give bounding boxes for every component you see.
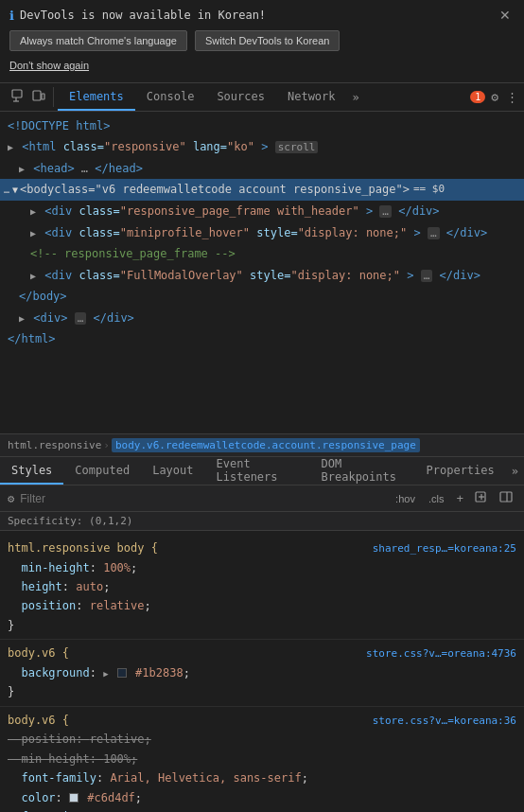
dom-line-body-close: </body>	[0, 286, 524, 307]
specificity-label: Specificity: (0,1,2)	[8, 515, 132, 527]
tab-computed[interactable]: Computed	[63, 457, 141, 485]
svg-rect-0	[12, 90, 22, 97]
tab-network[interactable]: Network	[276, 83, 347, 111]
tab-console[interactable]: Console	[135, 83, 206, 111]
dom-line-comment: <!-- responsive_page_frame -->	[0, 243, 524, 264]
css-rule-close: }	[8, 616, 516, 635]
css-rule-2: body.v6 { store.css?v…=oreana:4736 backg…	[0, 640, 524, 706]
error-badge: 1	[470, 91, 485, 103]
css-prop-row: position: relative;	[8, 596, 516, 615]
css-prop-row: background: ▶ #1b2838;	[8, 663, 516, 682]
svg-rect-3	[33, 91, 41, 100]
filter-icon: ⚙	[8, 492, 14, 505]
css-selector-2: body.v6 {	[8, 644, 69, 662]
css-prop-row-strikethrough: position: relative;	[8, 730, 516, 749]
swatch-arrow[interactable]: ▶	[103, 669, 108, 679]
color-swatch[interactable]	[69, 793, 79, 803]
breadcrumb-body[interactable]: body.v6.redeemwalletcode.account.respons…	[112, 438, 420, 452]
new-rule-button[interactable]	[471, 488, 492, 508]
svg-rect-8	[500, 492, 512, 502]
expand-arrow[interactable]: ▶	[30, 206, 36, 217]
tab-styles[interactable]: Styles	[0, 457, 63, 485]
device-icon[interactable]	[30, 87, 47, 107]
css-body-1: min-height: 100%; height: auto; position…	[0, 558, 524, 636]
new-style-rule-button[interactable]: +	[452, 488, 467, 508]
expand-arrow[interactable]: ▶	[30, 271, 36, 281]
css-body-3: position: relative; min-height: 100%; fo…	[0, 730, 524, 812]
expand-arrow[interactable]: ▶	[8, 142, 13, 152]
dom-line-html[interactable]: ▶ <html class="responsive" lang="ko" > s…	[0, 136, 524, 158]
tab-sources[interactable]: Sources	[205, 83, 276, 111]
toggle-sidebar-button[interactable]	[496, 488, 516, 508]
tab-more[interactable]: »	[347, 83, 365, 111]
notification-text: DevTools is now available in Korean!	[20, 9, 266, 22]
dom-line-div-fullmodal[interactable]: ▶ <div class="FullModalOverlay" style="d…	[0, 265, 524, 287]
css-prop-row: font-family: Arial, Helvetica, sans-seri…	[8, 768, 516, 787]
dom-line-body[interactable]: … ▼ <body class="v6 redeemwalletcode acc…	[0, 179, 524, 200]
filter-input[interactable]	[20, 492, 385, 505]
toolbar-icons	[4, 87, 54, 107]
css-prop-row: height: auto;	[8, 577, 516, 596]
styles-tab-more[interactable]: »	[506, 457, 524, 485]
tab-bar: Elements Console Sources Network »	[58, 83, 470, 111]
filter-actions: :hov .cls +	[391, 488, 516, 508]
css-prop-row: min-height: 100%;	[8, 558, 516, 577]
styles-tabs: Styles Computed Layout Event Listeners D…	[0, 457, 524, 485]
tab-elements[interactable]: Elements	[58, 83, 135, 111]
css-rule-header-3: body.v6 { store.css?v…=koreana:36	[0, 711, 524, 731]
expand-arrow[interactable]: ▶	[19, 164, 25, 174]
css-source-2[interactable]: store.css?v…=oreana:4736	[366, 645, 516, 663]
tab-dom-breakpoints[interactable]: DOM Breakpoints	[310, 457, 415, 485]
css-source-3[interactable]: store.css?v…=koreana:36	[373, 713, 516, 731]
css-prop-row-strikethrough: min-height: 100%;	[8, 750, 516, 768]
info-icon: ℹ	[9, 9, 14, 23]
filter-bar: ⚙ :hov .cls +	[0, 485, 524, 512]
dom-line-doctype: <!DOCTYPE html>	[0, 115, 524, 136]
specificity-bar: Specificity: (0,1,2)	[0, 512, 524, 531]
dom-line-div-dots[interactable]: ▶ <div> … </div>	[0, 308, 524, 329]
notification-title: ℹ DevTools is now available in Korean! ✕	[9, 8, 515, 23]
tab-properties[interactable]: Properties	[415, 457, 506, 485]
tab-layout[interactable]: Layout	[141, 457, 204, 485]
css-prop-row: font-size: 12px;	[8, 807, 516, 812]
css-rule-close: }	[8, 682, 516, 701]
css-rule-header-1: html.responsive body { shared_resp…=kore…	[0, 538, 524, 558]
css-body-2: background: ▶ #1b2838; }	[0, 663, 524, 702]
expand-dots: …	[4, 182, 9, 198]
dont-show-row: Don't show again	[9, 56, 515, 75]
tab-event-listeners[interactable]: Event Listeners	[205, 457, 310, 485]
breadcrumb-html[interactable]: html.responsive	[8, 439, 101, 451]
notification-bar: ℹ DevTools is now available in Korean! ✕…	[0, 0, 524, 83]
css-source-1[interactable]: shared_resp…=koreana:25	[373, 540, 516, 558]
cls-button[interactable]: .cls	[424, 488, 449, 508]
css-panel: html.responsive body { shared_resp…=kore…	[0, 531, 524, 812]
css-selector-1: html.responsive body {	[8, 538, 158, 557]
switch-devtools-button[interactable]: Switch DevTools to Korean	[195, 30, 340, 51]
inspect-icon[interactable]	[9, 87, 26, 107]
breadcrumb-bar: html.responsive › body.v6.redeemwalletco…	[0, 433, 524, 457]
match-language-button[interactable]: Always match Chrome's language	[9, 30, 187, 51]
breadcrumb-separator: ›	[103, 439, 110, 451]
dom-line-div-responsive[interactable]: ▶ <div class="responsive_page_frame with…	[0, 201, 524, 222]
dom-tree: <!DOCTYPE html> ▶ <html class="responsiv…	[0, 112, 524, 433]
css-rule-3: body.v6 { store.css?v…=koreana:36 positi…	[0, 707, 524, 812]
devtools-toolbar: Elements Console Sources Network » 1 ⚙ ⋮	[0, 83, 524, 112]
toolbar-right: 1 ⚙ ⋮	[470, 88, 520, 106]
color-swatch[interactable]	[117, 668, 127, 678]
close-button[interactable]: ✕	[496, 8, 515, 23]
css-selector-3: body.v6 {	[8, 711, 69, 730]
settings-icon[interactable]: ⚙	[489, 88, 500, 106]
dom-line-html-close: </html>	[0, 328, 524, 349]
hov-button[interactable]: :hov	[391, 488, 420, 508]
css-prop-row: color: #c6d4df;	[8, 788, 516, 807]
css-rule-header-2: body.v6 { store.css?v…=oreana:4736	[0, 644, 524, 663]
svg-rect-4	[42, 94, 44, 99]
expand-arrow[interactable]: ▼	[12, 182, 18, 198]
expand-arrow[interactable]: ▶	[19, 313, 25, 324]
dom-line-head[interactable]: ▶ <head> … </head>	[0, 158, 524, 179]
dom-line-div-mini[interactable]: ▶ <div class="miniprofile_hover" style="…	[0, 222, 524, 244]
css-rule-1: html.responsive body { shared_resp…=kore…	[0, 535, 524, 640]
dont-show-button[interactable]: Don't show again	[9, 56, 89, 75]
menu-icon[interactable]: ⋮	[504, 88, 520, 106]
expand-arrow[interactable]: ▶	[30, 228, 36, 238]
